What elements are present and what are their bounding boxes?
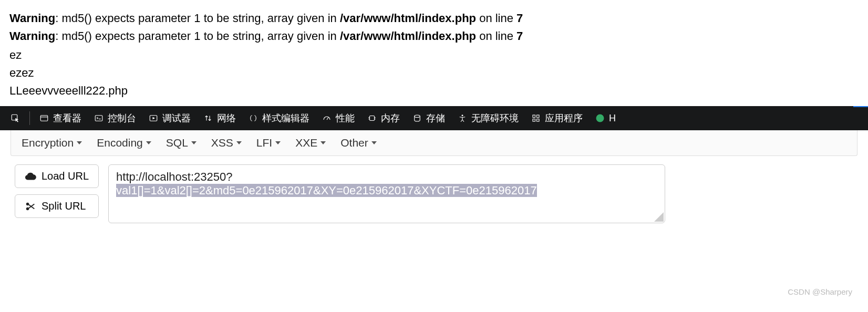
inspect-picker-button[interactable] [4,106,26,130]
tab-label: 查看器 [53,112,81,124]
warning-msg: : md5() expects parameter 1 to be string… [55,12,340,25]
category-xss[interactable]: XSS [211,137,242,149]
php-output: Warning: md5() expects parameter 1 to be… [0,0,868,106]
hackbar-categories: Encryption Encoding SQL XSS LFI XXE Othe… [11,130,857,156]
caret-down-icon [236,141,242,144]
caret-down-icon [77,141,82,144]
category-label: LFI [256,137,272,149]
caret-down-icon [146,141,151,144]
url-line-2-selected: val1[]=1&val2[]=2&md5=0e215962017&XY=0e2… [116,184,537,197]
tab-label: 性能 [336,112,355,124]
tab-performance[interactable]: 性能 [316,106,361,130]
button-label: Split URL [42,200,86,212]
caret-down-icon [275,141,281,144]
svg-point-14 [462,115,463,117]
tab-label: 调试器 [162,112,191,124]
devtools-toolbar: 查看器 控制台 调试器 网络 样式编辑器 性能 内存 存储 无障碍环境 应用程序… [0,106,868,130]
tab-memory[interactable]: 内存 [361,106,406,130]
warning-file: /var/www/html/index.php [340,29,476,43]
svg-rect-15 [533,115,535,118]
warning-prefix: Warning [9,29,55,43]
tab-style-editor[interactable]: 样式编辑器 [242,106,316,130]
url-input[interactable]: http://localhost:23250? val1[]=1&val2[]=… [108,164,665,223]
warning-prefix: Warning [9,12,55,25]
category-encryption[interactable]: Encryption [22,137,82,149]
tab-application[interactable]: 应用程序 [525,106,589,130]
tab-storage[interactable]: 存储 [406,106,451,130]
cloud-download-icon [25,171,36,182]
tab-network[interactable]: 网络 [197,106,242,130]
svg-point-13 [415,115,420,118]
warning-lineno: 7 [516,12,523,25]
hackbar-main: Load URL Split URL http://localhost:2325… [0,158,868,227]
tab-console[interactable]: 控制台 [88,106,142,130]
split-url-button[interactable]: Split URL [15,194,99,218]
category-label: XSS [211,137,233,149]
tab-extra-label: H [609,113,616,124]
category-label: SQL [166,137,188,149]
load-url-button[interactable]: Load URL [15,164,99,188]
output-line: LLeeevvveeelll222.php [9,82,859,100]
category-label: Encoding [97,137,143,149]
svg-line-7 [327,118,328,120]
svg-rect-8 [370,116,375,121]
caret-down-icon [321,141,326,144]
warning-online: on line [476,12,516,25]
svg-rect-16 [537,115,540,118]
warning-online: on line [476,29,516,43]
scissors-icon [25,201,36,212]
category-label: Encryption [22,137,74,149]
tab-label: 应用程序 [545,112,583,124]
category-lfi[interactable]: LFI [256,137,281,149]
tab-label: 控制台 [108,112,136,124]
button-label: Load URL [42,170,89,182]
category-other[interactable]: Other [340,137,377,149]
tab-label: 内存 [381,112,400,124]
svg-rect-1 [40,116,48,121]
tab-accessibility[interactable]: 无障碍环境 [451,106,525,130]
warning-line-1: Warning: md5() expects parameter 1 to be… [9,9,859,27]
tab-inspector[interactable]: 查看器 [33,106,88,130]
warning-msg: : md5() expects parameter 1 to be string… [55,29,340,43]
warning-line-2: Warning: md5() expects parameter 1 to be… [9,27,859,45]
separator [29,111,30,125]
output-line: ezez [9,64,859,82]
active-indicator [853,106,868,107]
warning-lineno: 7 [516,29,523,43]
category-sql[interactable]: SQL [166,137,197,149]
tab-label: 存储 [426,112,445,124]
url-line-1: http://localhost:23250? [116,170,657,184]
svg-point-19 [596,115,604,122]
warning-file: /var/www/html/index.php [340,12,476,25]
category-xxe[interactable]: XXE [295,137,326,149]
svg-rect-18 [537,119,540,122]
tab-label: 网络 [217,112,236,124]
resize-handle[interactable] [653,211,664,222]
svg-rect-17 [533,119,535,122]
category-label: XXE [295,137,317,149]
category-encoding[interactable]: Encoding [97,137,151,149]
tab-debugger[interactable]: 调试器 [142,106,197,130]
tab-label: 无障碍环境 [471,112,519,124]
caret-down-icon [371,141,377,144]
tab-label: 样式编辑器 [262,112,309,124]
output-line: ez [9,46,859,64]
caret-down-icon [191,141,197,144]
svg-marker-6 [153,117,156,120]
action-buttons: Load URL Split URL [15,164,99,218]
tab-extension[interactable]: H [589,106,622,130]
svg-rect-3 [95,116,102,121]
category-label: Other [340,137,368,149]
